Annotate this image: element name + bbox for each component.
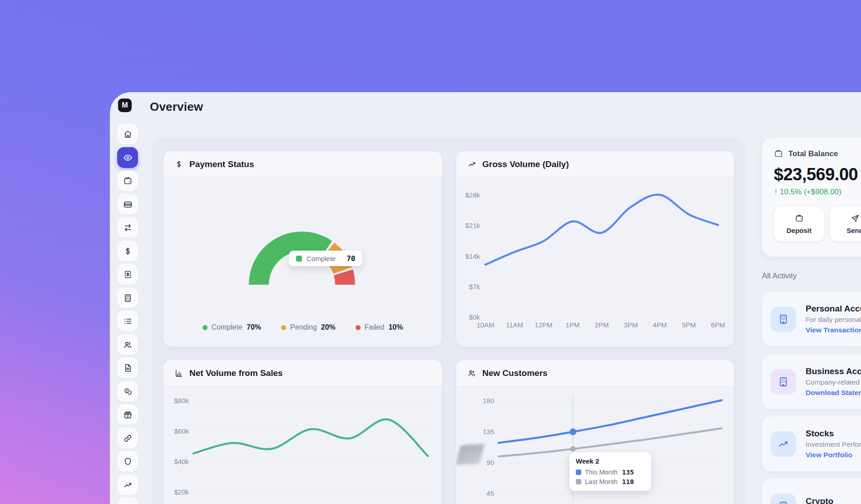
activity-text: Stocks Investment Performance View Portf… [806, 429, 861, 459]
gross-volume-header: Gross Volume (Daily) [456, 151, 734, 178]
tooltip-row-this-month: This Month135 [576, 469, 645, 476]
link-icon [123, 434, 133, 443]
net-volume-card: Net Volume from Sales $20k$40k$60k$80k [163, 360, 442, 504]
legend-item-pending: Pending20% [281, 323, 336, 331]
new-customers-body: 4590135180 Week 2 This Month135 Last Mon… [456, 386, 734, 504]
payment-status-card: Payment Status Complete 70 Complete70% P… [163, 151, 442, 347]
wallet-icon [795, 214, 804, 223]
sidebar-item-customers[interactable] [117, 334, 138, 355]
svg-text:$40k: $40k [174, 458, 189, 465]
send-button[interactable]: Send [830, 207, 861, 241]
activity-text: Crypto Wallet & Exchange [806, 496, 861, 504]
total-balance-amount: $23,569.00 [774, 165, 861, 184]
net-volume-body: $20k$40k$60k$80k [163, 386, 442, 504]
payment-status-body: Complete 70 Complete70% Pending20% Faile… [163, 178, 442, 347]
document-icon [123, 363, 133, 373]
sidebar-item-links[interactable] [117, 428, 138, 449]
net-volume-chart[interactable]: $20k$40k$60k$80k [163, 386, 442, 504]
download-statements-link[interactable]: Download Statements [806, 389, 861, 397]
view-portfolio-link[interactable]: View Portfolio [806, 451, 861, 459]
svg-text:5PM: 5PM [682, 321, 696, 329]
svg-text:$21k: $21k [465, 222, 480, 229]
svg-text:12PM: 12PM [534, 321, 552, 329]
svg-text:$14k: $14k [465, 252, 480, 260]
building-icon [771, 369, 796, 395]
tooltip-label: This Month [585, 469, 618, 476]
svg-text:2PM: 2PM [595, 321, 609, 329]
legend-dot [203, 325, 208, 330]
dollar-icon [174, 160, 183, 169]
users-icon [123, 340, 133, 350]
sidebar-item-transfers[interactable] [117, 217, 138, 238]
gauge-legend: Complete70% Pending20% Failed10% [163, 323, 442, 331]
sidebar-item-home[interactable] [117, 124, 138, 144]
sidebar-item-rewards[interactable] [117, 404, 138, 425]
sidebar-item-cards[interactable] [117, 194, 138, 215]
wallet-icon [774, 149, 783, 158]
balance-actions: Deposit Send [774, 207, 861, 241]
sidebar-item-overview[interactable] [117, 147, 138, 168]
sidebar-item-wallet[interactable] [117, 170, 138, 191]
svg-text:3PM: 3PM [624, 321, 638, 329]
sidebar-item-invoices[interactable] [117, 264, 138, 285]
list-icon [123, 316, 133, 326]
app-logo[interactable]: M [118, 99, 132, 112]
card-title: Gross Volume (Daily) [482, 159, 569, 169]
gross-volume-body: $0k$7k$14k$21k$28k10AM11AM12PM1PM2PM3PM4… [456, 178, 734, 347]
total-balance-change: ↑ 10.5% (+$908.00) [774, 188, 861, 197]
activity-item-business-account[interactable]: Business Account Company-related finance… [762, 354, 861, 409]
legend-label: Complete [212, 323, 242, 331]
svg-text:45: 45 [486, 489, 494, 497]
total-balance-label: Total Balance [788, 149, 838, 158]
users-icon [467, 369, 476, 378]
building-icon [771, 494, 796, 504]
tooltip-label: Complete [307, 255, 336, 262]
dollar-icon [123, 247, 133, 256]
send-label: Send [846, 227, 861, 234]
sidebar-item-security[interactable] [117, 451, 138, 472]
eye-icon [123, 153, 133, 163]
legend-dot [356, 325, 361, 330]
svg-text:135: 135 [483, 428, 494, 435]
desktop: { "app": {"logo": "M", "title": "Overvie… [0, 0, 861, 504]
customers-tooltip: Week 2 This Month135 Last Month110 [569, 452, 651, 491]
tooltip-value: 70 [346, 254, 355, 263]
legend-value: 70% [247, 323, 261, 331]
activity-item-stocks[interactable]: Stocks Investment Performance View Portf… [762, 416, 861, 471]
legend-dot [281, 325, 286, 330]
activity-title: Crypto [806, 496, 861, 504]
activity-subtitle: Investment Performance [806, 440, 861, 449]
deposit-button[interactable]: Deposit [774, 207, 824, 241]
net-volume-header: Net Volume from Sales [163, 360, 442, 386]
svg-text:180: 180 [483, 397, 494, 405]
sidebar-item-bank[interactable] [117, 498, 138, 504]
gross-volume-chart[interactable]: $0k$7k$14k$21k$28k10AM11AM12PM1PM2PM3PM4… [456, 178, 734, 347]
tooltip-swatch [576, 479, 581, 484]
tooltip-row-last-month: Last Month110 [576, 478, 645, 485]
activity-subtitle: For daily personal use [806, 316, 861, 324]
sidebar-item-list[interactable] [117, 311, 138, 331]
coins-icon [123, 387, 133, 396]
sidebar-item-calculator[interactable] [117, 287, 138, 308]
activity-text: Personal Account For daily personal use … [806, 304, 861, 334]
svg-text:11AM: 11AM [506, 321, 523, 329]
gauge-tooltip: Complete 70 [289, 251, 362, 266]
sidebar-item-stocks[interactable] [117, 474, 138, 495]
legend-value: 20% [321, 323, 336, 331]
card-title: Net Volume from Sales [189, 368, 283, 378]
sidebar-item-documents[interactable] [117, 357, 138, 378]
sidebar-item-payments[interactable] [117, 241, 138, 262]
building-icon [771, 306, 796, 332]
activity-title: Stocks [806, 429, 861, 439]
view-transactions-link[interactable]: View Transactions [806, 326, 861, 334]
invoice-icon [123, 270, 133, 279]
legend-label: Failed [365, 323, 385, 331]
deposit-label: Deposit [787, 227, 812, 234]
activity-item-personal-account[interactable]: Personal Account For daily personal use … [762, 292, 861, 346]
tooltip-value: 110 [622, 478, 634, 485]
activity-item-crypto[interactable]: Crypto Wallet & Exchange [762, 479, 861, 504]
shield-icon [123, 457, 133, 466]
gross-volume-card: Gross Volume (Daily) $0k$7k$14k$21k$28k1… [456, 151, 734, 347]
sidebar-item-coins[interactable] [117, 381, 138, 402]
send-icon [851, 214, 860, 223]
